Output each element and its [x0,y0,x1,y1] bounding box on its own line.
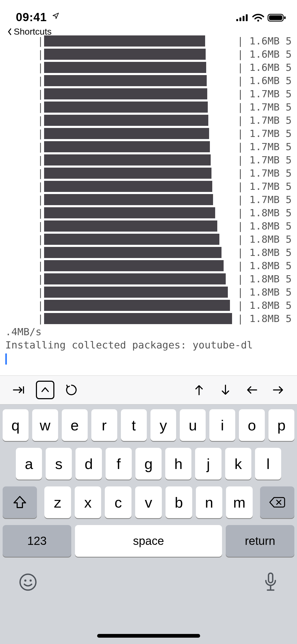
progress-row: || 1.7MB 5 [5,167,292,180]
backspace-key[interactable] [260,486,294,518]
emoji-button[interactable] [18,573,37,592]
key-c[interactable]: c [105,486,131,518]
progress-pipe-left: | [37,286,44,299]
key-x[interactable]: x [75,486,101,518]
status-right [236,13,286,22]
arrow-up-button[interactable] [190,381,208,399]
progress-speed: | 1.8MB 5 [235,299,292,312]
arrow-left-icon [246,385,258,395]
progress-bar-fill [44,154,211,165]
key-h[interactable]: h [165,448,191,480]
key-y[interactable]: y [150,409,176,441]
progress-bar-fill [44,49,206,60]
microphone-icon [263,572,279,593]
progress-speed: | 1.7MB 5 [235,100,292,114]
backspace-icon [269,496,286,509]
key-r[interactable]: r [91,409,117,441]
return-key[interactable]: return [226,525,294,557]
progress-pipe-left: | [37,272,44,286]
progress-speed: | 1.7MB 5 [235,167,292,180]
svg-rect-2 [243,16,244,21]
key-m[interactable]: m [226,486,253,518]
arrow-right-icon [272,385,285,395]
progress-row: || 1.8MB 5 [5,219,292,233]
tab-key-button[interactable] [10,381,28,399]
key-l[interactable]: l [255,448,281,480]
progress-pipe-left: | [37,246,44,259]
progress-pipe-left: | [37,87,44,100]
terminal-output[interactable]: || 1.6MB 5|| 1.6MB 5|| 1.6MB 5|| 1.6MB 5… [0,34,297,365]
key-j[interactable]: j [195,448,221,480]
key-f[interactable]: f [106,448,132,480]
keyboard-row-4: 123 space return [3,525,294,557]
progress-bar-fill [44,75,207,86]
progress-bar-fill [44,260,224,271]
terminal-cursor-line [5,352,292,365]
numbers-key[interactable]: 123 [3,525,71,557]
dictation-button[interactable] [263,572,279,593]
progress-bar-fill [44,88,207,99]
key-s[interactable]: s [46,448,72,480]
key-k[interactable]: k [225,448,251,480]
history-icon [65,383,78,397]
progress-bar-fill [44,247,221,258]
key-u[interactable]: u [180,409,206,441]
shift-key[interactable] [3,486,37,518]
svg-point-4 [257,20,259,22]
key-v[interactable]: v [135,486,162,518]
progress-row: || 1.8MB 5 [5,312,292,325]
home-indicator[interactable] [97,634,200,638]
progress-row: || 1.8MB 5 [5,259,292,272]
arrow-left-button[interactable] [243,381,261,399]
svg-rect-3 [246,14,248,21]
svg-point-11 [30,579,32,582]
arrow-down-button[interactable] [216,381,235,399]
progress-row: || 1.7MB 5 [5,180,292,193]
keyboard-bottom-row [3,564,294,593]
progress-row: || 1.8MB 5 [5,286,292,299]
key-t[interactable]: t [121,409,147,441]
progress-bar-fill [44,62,206,73]
progress-row: || 1.8MB 5 [5,272,292,286]
progress-pipe-left: | [37,312,44,325]
history-button[interactable] [62,381,81,399]
svg-rect-1 [239,17,241,21]
key-w[interactable]: w [32,409,58,441]
progress-bar-fill [44,141,210,152]
shift-icon [12,495,27,510]
progress-speed: | 1.6MB 5 [235,61,292,74]
arrow-right-button[interactable] [269,381,287,399]
progress-speed: | 1.8MB 5 [235,233,292,246]
key-p[interactable]: p [268,409,294,441]
progress-bar-fill [44,220,217,232]
location-icon [52,12,59,20]
keyboard-row-3: zxcvbnm [3,486,294,518]
key-b[interactable]: b [166,486,192,518]
progress-pipe-left: | [37,61,44,74]
emoji-icon [18,573,37,592]
progress-pipe-left: | [37,127,44,140]
svg-rect-6 [269,15,282,20]
progress-bar-fill [44,35,205,47]
key-d[interactable]: d [76,448,102,480]
terminal-line-install: Installing collected packages: youtube-d… [5,338,292,352]
progress-pipe-left: | [37,193,44,206]
progress-row: || 1.6MB 5 [5,61,292,74]
key-z[interactable]: z [44,486,71,518]
key-i[interactable]: i [209,409,235,441]
progress-speed: | 1.7MB 5 [235,193,292,206]
back-to-app[interactable]: Shortcuts [7,26,52,37]
progress-speed: | 1.7MB 5 [235,153,292,167]
space-key[interactable]: space [75,525,222,557]
key-q[interactable]: q [3,409,29,441]
ctrl-key-button[interactable] [36,381,54,399]
progress-bar-fill [44,102,208,113]
key-e[interactable]: e [62,409,88,441]
keyboard-accessory-bar [0,375,297,404]
key-g[interactable]: g [135,448,162,480]
key-o[interactable]: o [239,409,265,441]
key-n[interactable]: n [196,486,223,518]
keyboard-row-2: asdfghjkl [3,448,294,480]
key-a[interactable]: a [16,448,42,480]
arrow-down-icon [220,384,231,396]
